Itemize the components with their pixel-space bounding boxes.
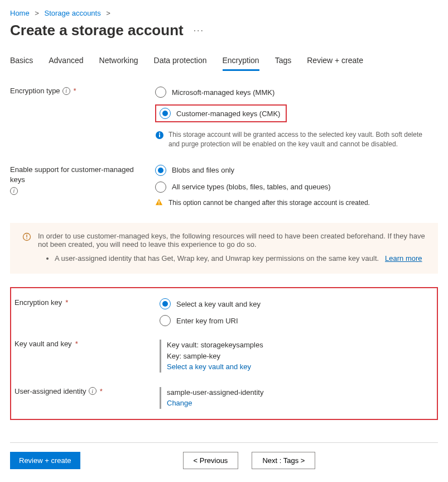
banner-text: In order to use customer-managed keys, t… bbox=[38, 232, 426, 249]
info-icon bbox=[155, 131, 164, 140]
support-warn: This option cannot be changed after this… bbox=[155, 198, 438, 208]
info-text: This storage account will be granted acc… bbox=[168, 130, 425, 149]
radio-icon[interactable] bbox=[155, 182, 166, 193]
radio-icon[interactable] bbox=[160, 108, 171, 119]
tab-data-protection[interactable]: Data protection bbox=[154, 56, 207, 71]
radio-icon[interactable] bbox=[155, 87, 166, 98]
svg-rect-2 bbox=[159, 133, 160, 134]
review-create-button[interactable]: Review + create bbox=[10, 452, 80, 469]
chevron-right-icon: > bbox=[106, 9, 110, 17]
svg-rect-4 bbox=[158, 203, 159, 204]
radio-icon[interactable] bbox=[160, 298, 171, 309]
change-identity-link[interactable]: Change bbox=[167, 398, 431, 409]
chevron-right-icon: > bbox=[35, 9, 39, 17]
radio-mmk[interactable]: Microsoft-managed keys (MMK) bbox=[155, 87, 438, 98]
vault-name: Key vault: storagekeysamples bbox=[167, 340, 431, 351]
radio-label: Customer-managed keys (CMK) bbox=[176, 109, 280, 118]
select-key-vault-link[interactable]: Select a key vault and key bbox=[167, 361, 431, 373]
user-assigned-identity-value: sample-user-assigned-identity Change bbox=[160, 387, 431, 409]
user-assigned-identity-label: User-assigned identity i * bbox=[15, 387, 160, 395]
previous-button[interactable]: < Previous bbox=[183, 452, 239, 469]
learn-more-link[interactable]: Learn more bbox=[385, 254, 422, 263]
warn-text: This option cannot be changed after this… bbox=[168, 198, 370, 208]
key-vault-value: Key vault: storagekeysamples Key: sample… bbox=[160, 340, 431, 373]
next-tags-button[interactable]: Next : Tags > bbox=[252, 452, 315, 469]
radio-all-services[interactable]: All service types (blobs, files, tables,… bbox=[155, 182, 438, 193]
radio-label: Microsoft-managed keys (MMK) bbox=[172, 88, 274, 97]
divider bbox=[10, 442, 438, 443]
required-indicator: * bbox=[100, 387, 103, 395]
prerequisites-banner: In order to use customer-managed keys, t… bbox=[10, 223, 438, 274]
highlight-box-keys: Encryption key * Select a key vault and … bbox=[10, 287, 438, 420]
enable-support-label: Enable support for customer-managed keys… bbox=[10, 165, 155, 195]
warning-icon bbox=[155, 198, 163, 206]
radio-label: All service types (blobs, files, tables,… bbox=[172, 183, 331, 191]
svg-rect-7 bbox=[26, 238, 27, 239]
encryption-type-label: Encryption type i * bbox=[10, 87, 155, 95]
radio-cmk[interactable]: Customer-managed keys (CMK) bbox=[160, 108, 280, 119]
label-text: Encryption key bbox=[15, 298, 62, 307]
key-vault-label: Key vault and key * bbox=[15, 340, 160, 348]
svg-rect-3 bbox=[158, 201, 159, 203]
radio-icon[interactable] bbox=[155, 165, 166, 176]
required-indicator: * bbox=[75, 340, 78, 348]
label-text: Enable support for customer-managed keys bbox=[10, 165, 148, 185]
radio-blobs-files[interactable]: Blobs and files only bbox=[155, 165, 438, 176]
radio-enter-uri[interactable]: Enter key from URI bbox=[160, 315, 431, 326]
banner-bullet: A user-assigned identity that has Get, W… bbox=[55, 254, 426, 263]
tab-review[interactable]: Review + create bbox=[307, 56, 363, 71]
cmk-info: This storage account will be granted acc… bbox=[155, 130, 438, 149]
tab-advanced[interactable]: Advanced bbox=[49, 56, 83, 71]
svg-rect-1 bbox=[159, 135, 160, 137]
highlight-box-cmk: Customer-managed keys (CMK) bbox=[155, 104, 287, 122]
identity-name: sample-user-assigned-identity bbox=[167, 387, 431, 398]
radio-label: Enter key from URI bbox=[176, 317, 238, 325]
radio-label: Blobs and files only bbox=[172, 166, 234, 174]
encryption-key-label: Encryption key * bbox=[15, 298, 160, 307]
label-text: User-assigned identity bbox=[15, 387, 86, 395]
radio-label: Select a key vault and key bbox=[176, 300, 261, 308]
info-icon[interactable]: i bbox=[62, 87, 70, 95]
tabs: Basics Advanced Networking Data protecti… bbox=[10, 56, 438, 71]
tab-basics[interactable]: Basics bbox=[10, 56, 33, 71]
page-title: Create a storage account ··· bbox=[10, 22, 438, 39]
info-icon[interactable]: i bbox=[10, 187, 18, 195]
label-text: Encryption type bbox=[10, 87, 60, 95]
tab-encryption[interactable]: Encryption bbox=[223, 56, 259, 71]
breadcrumb: Home > Storage accounts > bbox=[10, 9, 438, 17]
key-name: Key: sample-key bbox=[167, 351, 431, 362]
warning-icon bbox=[22, 232, 31, 241]
bullet-text: A user-assigned identity that has Get, W… bbox=[55, 254, 379, 263]
tab-tags[interactable]: Tags bbox=[275, 56, 292, 71]
page-title-text: Create a storage account bbox=[10, 22, 184, 39]
svg-rect-6 bbox=[26, 235, 27, 237]
radio-select-vault[interactable]: Select a key vault and key bbox=[160, 298, 431, 309]
info-icon[interactable]: i bbox=[89, 387, 97, 395]
footer-buttons: Review + create < Previous Next : Tags > bbox=[10, 452, 438, 469]
tab-networking[interactable]: Networking bbox=[99, 56, 138, 71]
breadcrumb-storage-accounts[interactable]: Storage accounts bbox=[45, 9, 101, 17]
breadcrumb-home[interactable]: Home bbox=[10, 9, 30, 17]
required-indicator: * bbox=[74, 87, 76, 95]
label-text: Key vault and key bbox=[15, 340, 72, 348]
radio-icon[interactable] bbox=[160, 315, 171, 326]
required-indicator: * bbox=[65, 298, 68, 307]
more-actions-icon[interactable]: ··· bbox=[194, 26, 204, 36]
